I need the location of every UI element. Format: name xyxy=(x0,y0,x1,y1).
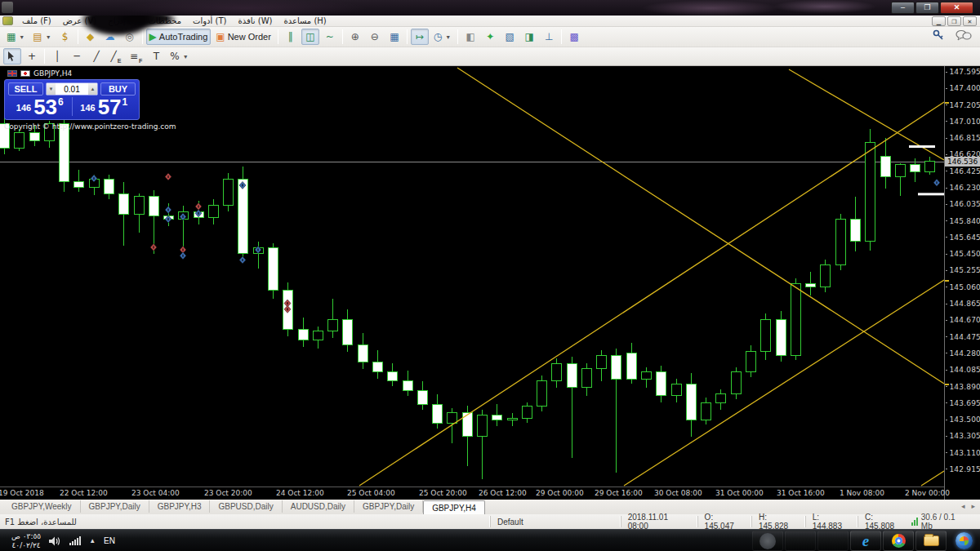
indicators-button[interactable]: ✦ xyxy=(481,29,499,45)
time-axis[interactable]: 19 Oct 201822 Oct 12:0023 Oct 04:0023 Oc… xyxy=(0,487,944,500)
zoom-out-icon: ⊖ xyxy=(371,32,379,42)
volume-icon[interactable] xyxy=(49,536,61,546)
chart-window[interactable]: 147.595147.400147.205147.010146.815146.6… xyxy=(0,66,980,500)
chart-shift-button[interactable]: ◷▼ xyxy=(430,29,454,45)
show-hidden-icons-button[interactable]: ▲ xyxy=(89,537,96,544)
dropdown-arrow-icon[interactable]: ▼ xyxy=(445,34,451,40)
buy-button[interactable]: BUY xyxy=(100,82,136,96)
lot-decrease-button[interactable]: ▼ xyxy=(47,83,56,95)
taskbar-app-unknown[interactable] xyxy=(817,531,849,551)
chart-tab-audusd-daily[interactable]: AUDUSD,Daily xyxy=(283,500,354,513)
toolbar-separator xyxy=(561,29,562,44)
channel-button[interactable]: ╱E xyxy=(107,48,125,64)
chart-tab-gbpjpy-weekly[interactable]: GBPJPY,Weekly xyxy=(3,500,81,513)
period-button[interactable]: ⊥ xyxy=(540,29,558,45)
dropdown-arrow-icon[interactable]: ▼ xyxy=(46,34,51,40)
channel-icon: ╱ xyxy=(111,51,117,61)
tester-button[interactable]: ▩ xyxy=(565,29,583,45)
taskbar-clock[interactable]: ٠٣:٥٥ ص ٤٠/٠٢/٢٤ xyxy=(11,532,41,550)
sell-button[interactable]: SELL xyxy=(8,82,43,96)
language-indicator[interactable]: EN xyxy=(104,536,115,545)
time-tick: 31 Oct 16:00 xyxy=(777,489,825,497)
price-tick: 145.645 xyxy=(946,233,980,242)
start-button[interactable] xyxy=(948,531,979,551)
time-tick: 29 Oct 00:00 xyxy=(536,489,584,497)
time-tick: 26 Oct 12:00 xyxy=(479,489,527,497)
bar-chart-button[interactable]: ‖ xyxy=(282,29,300,45)
vertical-line-button[interactable]: │ xyxy=(48,48,66,64)
price-tick: 146.815 xyxy=(946,134,980,142)
profiles-button[interactable]: ▤▼ xyxy=(29,29,54,45)
tab-scroll-left[interactable]: ◂ xyxy=(961,502,965,510)
child-minimize-button[interactable]: ▁ xyxy=(932,16,946,26)
autotrading-button-label: AutoTrading xyxy=(159,32,208,42)
windows-logo-icon xyxy=(956,532,973,549)
cursor-button[interactable] xyxy=(3,48,21,64)
clock-date: ٤٠/٠٢/٢٤ xyxy=(11,541,41,550)
chart-tab-gbpjpy-daily[interactable]: GBPJPY,Daily xyxy=(81,500,149,513)
menu-item-4[interactable]: أدوات (T) xyxy=(187,16,232,27)
zoom-out-button[interactable]: ⊖ xyxy=(366,29,384,45)
horizontal-line-button[interactable]: ─ xyxy=(68,48,86,64)
key-icon[interactable] xyxy=(933,29,944,41)
price-tick: 146.230 xyxy=(946,184,980,192)
candlestick-chart-button[interactable]: ◫ xyxy=(301,29,319,45)
fibonacci-button[interactable]: ≡F xyxy=(127,48,145,64)
templates-icon: ▧ xyxy=(506,32,514,42)
line-chart-button[interactable]: ~ xyxy=(321,29,339,45)
menu-item-0[interactable]: ملف (F) xyxy=(16,16,57,27)
tab-scroll-right[interactable]: ▸ xyxy=(971,502,975,510)
new-order-button[interactable]: ▣New Order xyxy=(212,29,274,45)
lot-size-value[interactable]: 0.01 xyxy=(56,85,88,94)
status-bar: للمساعدة، اضغط F1 Default 2018.11.01 08:… xyxy=(0,514,980,529)
taskbar-internet-explorer[interactable]: e xyxy=(850,531,881,551)
text-button[interactable]: T xyxy=(147,48,165,64)
lot-increase-button[interactable]: ▲ xyxy=(88,83,97,95)
trendline-button[interactable]: ╱ xyxy=(87,48,105,64)
chart-tab-gbpusd-daily[interactable]: GBPUSD,Daily xyxy=(210,500,282,513)
arrows-button[interactable]: %▼ xyxy=(167,48,191,64)
chart-symbol-label: GBPJPY,H4 xyxy=(33,69,72,78)
tile-windows-button[interactable]: ▦ xyxy=(385,29,403,45)
child-restore-button[interactable]: ❐ xyxy=(947,16,961,26)
taskbar-chrome[interactable] xyxy=(883,531,914,551)
dropdown-arrow-icon[interactable]: ▼ xyxy=(19,34,24,40)
taskbar-explorer[interactable] xyxy=(915,531,947,551)
toolbar-separator xyxy=(44,49,45,64)
buy-price[interactable]: 146 57 1 xyxy=(73,97,136,116)
menu-item-6[interactable]: مساعدة (H) xyxy=(278,16,332,27)
chart-tab-gbpjpy-daily[interactable]: GBPJPY,Daily xyxy=(354,500,423,513)
chart-tab-gbpjpy-h4[interactable]: GBPJPY,H4 xyxy=(423,500,485,514)
restore-window-button[interactable]: ❐ xyxy=(915,2,939,14)
close-window-button[interactable]: ✕ xyxy=(940,2,973,14)
crosshair-button[interactable]: + xyxy=(23,48,41,64)
price-tick: 144.280 xyxy=(946,349,980,358)
menu-item-5[interactable]: نافذة (W) xyxy=(232,16,278,27)
price-axis[interactable]: 147.595147.400147.205147.010146.815146.6… xyxy=(944,66,980,500)
auto-scroll-button[interactable]: ↦ xyxy=(411,29,429,45)
taskbar-app-dimmed[interactable] xyxy=(752,531,783,551)
taskbar-app-unknown[interactable] xyxy=(785,531,816,551)
chat-icon[interactable] xyxy=(956,29,972,41)
child-close-button[interactable]: ✕ xyxy=(963,16,977,26)
zoom-in-button[interactable]: ⊕ xyxy=(346,29,364,45)
auto-scroll-icon: ↦ xyxy=(416,32,424,42)
new-window-button[interactable]: ◧ xyxy=(461,29,479,45)
data-window-button[interactable]: ◨ xyxy=(520,29,538,45)
lot-size-stepper[interactable]: ▼ 0.01 ▲ xyxy=(46,82,98,96)
price-tick: 143.890 xyxy=(946,383,980,391)
sell-price[interactable]: 146 53 6 xyxy=(8,97,73,116)
time-tick: 2 Nov 00:00 xyxy=(905,489,950,497)
clock-time: ٠٣:٥٥ ص xyxy=(11,532,41,541)
toolbar-separator xyxy=(407,29,408,44)
network-icon[interactable] xyxy=(69,537,81,545)
status-open: O: 145.047 xyxy=(697,516,751,527)
templates-button[interactable]: ▧ xyxy=(501,29,519,45)
dropdown-arrow-icon[interactable]: ▼ xyxy=(183,54,189,60)
sell-price-point: 6 xyxy=(58,96,64,108)
price-tick: 144.085 xyxy=(946,366,980,374)
new-chart-button[interactable]: ▦▼ xyxy=(3,29,28,45)
chart-tab-gbpjpy-h3[interactable]: GBPJPY,H3 xyxy=(149,500,211,513)
minimize-window-button[interactable]: – xyxy=(891,2,915,14)
indicator-copyright-label: Copyright © http://www.pointzero-trading… xyxy=(4,122,176,131)
